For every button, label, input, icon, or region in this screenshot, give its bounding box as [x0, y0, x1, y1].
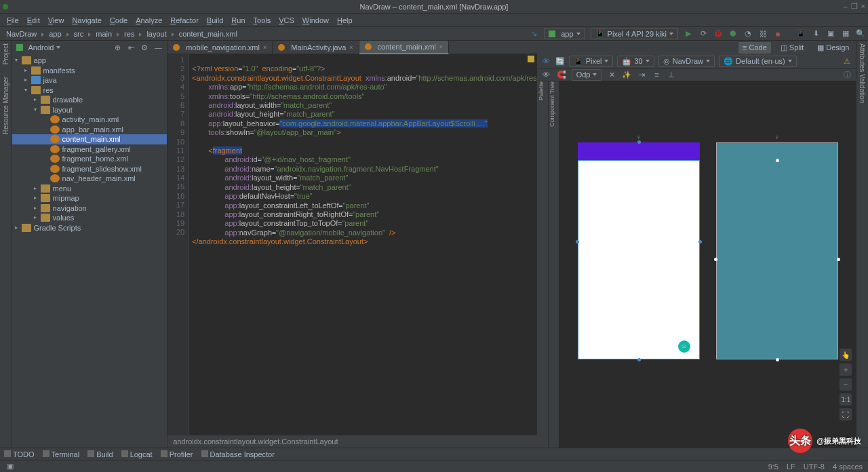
zoom-control-button[interactable]: − [840, 378, 852, 391]
tree-node[interactable]: ▸values [12, 213, 167, 223]
zoom-control-button[interactable]: 1:1 [840, 393, 852, 406]
menu-navigate[interactable]: Navigate [68, 16, 105, 24]
layout-inspector-icon[interactable]: ▣ [826, 29, 835, 39]
debug-icon[interactable]: 🐞 [713, 29, 723, 39]
tree-node[interactable]: ▸drawable [12, 95, 167, 105]
design-surface[interactable]: ♀ ✉ ♀ [559, 81, 856, 448]
breadcrumb-item[interactable]: content_main.xml [176, 30, 241, 38]
menu-window[interactable]: Window [298, 16, 333, 24]
bottom-tab-database-inspector[interactable]: Database Inspector [201, 450, 275, 458]
menu-code[interactable]: Code [106, 16, 132, 24]
tree-node[interactable]: ▸navigation [12, 203, 167, 214]
menu-run[interactable]: Run [227, 16, 249, 24]
component-tree-tab[interactable]: Component Tree [549, 81, 559, 448]
bottom-tab-terminal[interactable]: Terminal [43, 450, 80, 458]
bottom-tab-build[interactable]: Build [87, 450, 113, 458]
status-item[interactable]: LF [787, 463, 795, 471]
editor-tab[interactable]: mobile_navigation.xml× [167, 41, 273, 54]
tree-node[interactable]: activity_main.xml [12, 115, 167, 125]
hide-icon[interactable]: — [153, 43, 163, 52]
warning-indicator[interactable] [528, 56, 534, 62]
zoom-control-button[interactable]: ⛶ [840, 408, 852, 420]
breadcrumb-item[interactable]: NavDraw [3, 30, 40, 38]
tree-node[interactable]: ▸menu [12, 184, 167, 194]
clear-constraints-icon[interactable]: ✕ [607, 70, 616, 79]
close-tab-icon[interactable]: × [263, 44, 267, 51]
bottom-tab-todo[interactable]: TODO [4, 450, 35, 458]
status-item[interactable]: 4 spaces [833, 463, 863, 471]
menu-edit[interactable]: Edit [23, 16, 44, 24]
menu-file[interactable]: File [3, 16, 23, 24]
zoom-control-button[interactable]: 👆 [840, 349, 852, 361]
tree-node[interactable]: fragment_gallery.xml [12, 144, 167, 155]
view-options-icon[interactable]: 👁 [542, 70, 551, 79]
run-config-dropdown[interactable]: app [544, 28, 585, 39]
design-view[interactable]: ✉ [578, 142, 700, 359]
design-surface-icon[interactable]: 👁 [542, 56, 551, 66]
pack-icon[interactable]: ⇥ [637, 70, 646, 79]
gear-icon[interactable]: ⚙ [140, 43, 149, 52]
breadcrumb-item[interactable]: app [45, 30, 64, 38]
menu-analyze[interactable]: Analyze [132, 16, 166, 24]
editor-breadcrumb[interactable]: androidx.constraintlayout.widget.Constra… [167, 435, 537, 448]
coverage-icon[interactable]: ⬢ [728, 29, 738, 39]
project-tab[interactable]: Project [2, 43, 9, 64]
maximize-icon[interactable]: ❐ [851, 2, 858, 11]
breadcrumb-item[interactable]: src [71, 30, 87, 38]
code-editor[interactable]: <?xml version="1.0" encoding="utf-8"?> <… [189, 54, 537, 435]
minimize-icon[interactable]: – [843, 2, 847, 11]
device-dropdown[interactable]: 📱 Pixel 4 API 29 kiki [591, 28, 678, 39]
tree-node[interactable]: ▸manifests [12, 66, 167, 76]
apply-changes-icon[interactable]: ⟳ [698, 29, 708, 39]
project-tree[interactable]: ▾app▸manifests▸java▾res▸drawable▾layouta… [12, 54, 167, 448]
tree-node[interactable]: fragment_slideshow.xml [12, 164, 167, 174]
search-icon[interactable]: 🔍 [856, 29, 865, 39]
breadcrumb-item[interactable]: layout [143, 30, 170, 38]
avd-manager-icon[interactable]: 📱 [796, 29, 806, 39]
menu-view[interactable]: View [44, 16, 68, 24]
default-margins-dropdown[interactable]: Odp [572, 69, 602, 81]
menu-vcs[interactable]: VCS [275, 16, 298, 24]
close-tab-icon[interactable]: × [439, 43, 443, 50]
tree-node[interactable]: nav_header_main.xml [12, 174, 167, 184]
resource-manager-icon[interactable]: ▦ [841, 29, 850, 39]
bottom-tab-profiler[interactable]: Profiler [161, 450, 193, 458]
magnet-icon[interactable]: 🧲 [557, 70, 566, 79]
tree-node[interactable]: fragment_home.xml [12, 154, 167, 164]
collapse-all-icon[interactable]: ⇤ [126, 43, 136, 52]
bottom-tab-logcat[interactable]: Logcat [121, 450, 153, 458]
gradle-sync-icon[interactable]: ↘ [529, 29, 538, 39]
resource-manager-tab[interactable]: Resource Manager [2, 77, 9, 134]
editor-tab[interactable]: content_main.xml× [359, 41, 449, 54]
breadcrumb-item[interactable]: main [92, 30, 115, 38]
stop-icon[interactable]: ■ [773, 29, 783, 39]
tree-node[interactable]: content_main.xml [12, 134, 167, 144]
align-icon[interactable]: ≡ [652, 70, 661, 79]
design-mode-tab[interactable]: ▦Design [813, 42, 853, 54]
tree-node[interactable]: app_bar_main.xml [12, 125, 167, 135]
menu-tools[interactable]: Tools [250, 16, 275, 24]
project-view-selector[interactable]: Android [16, 43, 61, 52]
tree-node[interactable]: ▸java [12, 75, 167, 85]
help-icon[interactable]: ⓘ [842, 70, 852, 79]
warnings-icon[interactable]: ⚠ [842, 56, 852, 66]
sdk-manager-icon[interactable]: ⬇ [811, 29, 821, 39]
status-icon[interactable]: ▣ [5, 462, 15, 471]
close-icon[interactable]: × [861, 2, 865, 11]
split-mode-tab[interactable]: ◫Split [776, 42, 808, 54]
attributes-validation-tab[interactable]: Attributes Validation [859, 43, 866, 103]
editor-tab[interactable]: MainActivity.java× [273, 41, 359, 54]
status-item[interactable]: UTF-8 [804, 463, 825, 471]
profiler-icon[interactable]: ◔ [743, 29, 753, 39]
menu-help[interactable]: Help [333, 16, 357, 24]
attach-debugger-icon[interactable]: ⛓ [758, 29, 768, 39]
tree-node[interactable]: ▾app [12, 56, 167, 66]
menu-build[interactable]: Build [203, 16, 227, 24]
tree-node[interactable]: ▸Gradle Scripts [12, 223, 167, 233]
theme-dropdown[interactable]: ◎NavDraw [658, 56, 715, 67]
menu-refactor[interactable]: Refactor [166, 16, 203, 24]
run-icon[interactable]: ▶ [684, 29, 693, 39]
locale-dropdown[interactable]: 🌐Default (en-us) [719, 56, 797, 67]
tree-node[interactable]: ▾layout [12, 105, 167, 115]
infer-constraints-icon[interactable]: ✨ [622, 70, 631, 79]
